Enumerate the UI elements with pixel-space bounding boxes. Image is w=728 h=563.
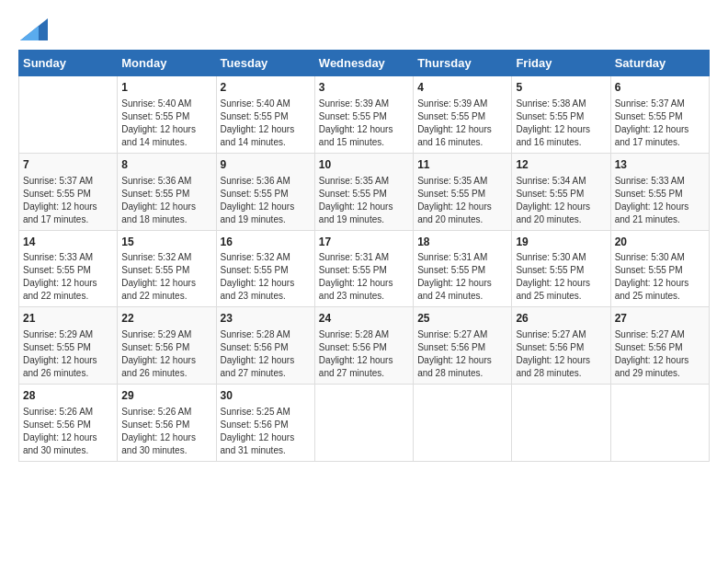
day-info: Sunrise: 5:27 AM Sunset: 5:56 PM Dayligh… <box>615 328 705 380</box>
day-info: Sunrise: 5:34 AM Sunset: 5:55 PM Dayligh… <box>516 175 606 226</box>
day-info: Sunrise: 5:31 AM Sunset: 5:55 PM Dayligh… <box>319 251 409 303</box>
day-cell: 15Sunrise: 5:32 AM Sunset: 5:55 PM Dayli… <box>118 230 216 307</box>
day-cell: 14Sunrise: 5:33 AM Sunset: 5:55 PM Dayli… <box>19 230 118 307</box>
day-number: 19 <box>516 235 606 250</box>
header-cell-wednesday: Wednesday <box>314 51 413 76</box>
day-number: 21 <box>23 311 113 327</box>
day-info: Sunrise: 5:37 AM Sunset: 5:55 PM Dayligh… <box>615 98 705 149</box>
day-number: 27 <box>615 311 705 327</box>
day-number: 15 <box>121 235 211 250</box>
day-info: Sunrise: 5:30 AM Sunset: 5:55 PM Dayligh… <box>516 251 606 303</box>
day-number: 10 <box>319 157 409 173</box>
day-info: Sunrise: 5:33 AM Sunset: 5:55 PM Dayligh… <box>615 175 705 226</box>
day-cell: 22Sunrise: 5:29 AM Sunset: 5:56 PM Dayli… <box>118 307 216 385</box>
header <box>18 18 710 40</box>
day-cell: 10Sunrise: 5:35 AM Sunset: 5:55 PM Dayli… <box>314 153 413 230</box>
week-row-2: 7Sunrise: 5:37 AM Sunset: 5:55 PM Daylig… <box>19 153 710 230</box>
day-cell: 20Sunrise: 5:30 AM Sunset: 5:55 PM Dayli… <box>610 230 709 307</box>
day-cell <box>512 385 610 462</box>
day-number: 18 <box>417 235 507 250</box>
day-info: Sunrise: 5:33 AM Sunset: 5:55 PM Dayligh… <box>23 251 113 303</box>
day-info: Sunrise: 5:27 AM Sunset: 5:56 PM Dayligh… <box>516 328 606 380</box>
day-info: Sunrise: 5:27 AM Sunset: 5:56 PM Dayligh… <box>417 328 507 380</box>
day-cell: 12Sunrise: 5:34 AM Sunset: 5:55 PM Dayli… <box>512 153 610 230</box>
calendar-table: SundayMondayTuesdayWednesdayThursdayFrid… <box>18 50 710 462</box>
day-info: Sunrise: 5:28 AM Sunset: 5:56 PM Dayligh… <box>221 328 311 380</box>
day-number: 7 <box>23 157 113 173</box>
day-number: 6 <box>615 80 705 96</box>
day-number: 9 <box>221 157 311 173</box>
day-info: Sunrise: 5:40 AM Sunset: 5:55 PM Dayligh… <box>221 98 311 149</box>
day-cell: 23Sunrise: 5:28 AM Sunset: 5:56 PM Dayli… <box>216 307 314 385</box>
day-cell: 17Sunrise: 5:31 AM Sunset: 5:55 PM Dayli… <box>314 230 413 307</box>
day-info: Sunrise: 5:36 AM Sunset: 5:55 PM Dayligh… <box>221 175 311 226</box>
svg-marker-1 <box>20 26 39 40</box>
day-cell: 5Sunrise: 5:38 AM Sunset: 5:55 PM Daylig… <box>512 76 610 154</box>
logo <box>18 18 48 40</box>
week-row-3: 14Sunrise: 5:33 AM Sunset: 5:55 PM Dayli… <box>19 230 710 307</box>
day-number: 29 <box>121 388 211 404</box>
day-cell <box>414 385 512 462</box>
day-cell: 7Sunrise: 5:37 AM Sunset: 5:55 PM Daylig… <box>19 153 118 230</box>
day-number: 4 <box>417 80 507 96</box>
day-info: Sunrise: 5:32 AM Sunset: 5:55 PM Dayligh… <box>121 251 211 303</box>
day-cell: 13Sunrise: 5:33 AM Sunset: 5:55 PM Dayli… <box>610 153 709 230</box>
day-info: Sunrise: 5:32 AM Sunset: 5:55 PM Dayligh… <box>221 251 311 303</box>
day-cell: 6Sunrise: 5:37 AM Sunset: 5:55 PM Daylig… <box>610 76 709 154</box>
day-number: 5 <box>516 80 606 96</box>
day-cell: 2Sunrise: 5:40 AM Sunset: 5:55 PM Daylig… <box>216 76 314 154</box>
day-cell: 28Sunrise: 5:26 AM Sunset: 5:56 PM Dayli… <box>19 385 118 462</box>
day-info: Sunrise: 5:30 AM Sunset: 5:55 PM Dayligh… <box>615 251 705 303</box>
day-info: Sunrise: 5:36 AM Sunset: 5:55 PM Dayligh… <box>121 175 211 226</box>
day-cell: 3Sunrise: 5:39 AM Sunset: 5:55 PM Daylig… <box>314 76 413 154</box>
day-cell: 29Sunrise: 5:26 AM Sunset: 5:56 PM Dayli… <box>118 385 216 462</box>
day-number: 12 <box>516 157 606 173</box>
day-cell: 21Sunrise: 5:29 AM Sunset: 5:55 PM Dayli… <box>19 307 118 385</box>
day-cell: 18Sunrise: 5:31 AM Sunset: 5:55 PM Dayli… <box>414 230 512 307</box>
day-number: 26 <box>516 311 606 327</box>
week-row-5: 28Sunrise: 5:26 AM Sunset: 5:56 PM Dayli… <box>19 385 710 462</box>
day-number: 13 <box>615 157 705 173</box>
day-info: Sunrise: 5:29 AM Sunset: 5:55 PM Dayligh… <box>23 328 113 380</box>
day-cell: 25Sunrise: 5:27 AM Sunset: 5:56 PM Dayli… <box>414 307 512 385</box>
day-cell: 4Sunrise: 5:39 AM Sunset: 5:55 PM Daylig… <box>414 76 512 154</box>
week-row-4: 21Sunrise: 5:29 AM Sunset: 5:55 PM Dayli… <box>19 307 710 385</box>
header-row: SundayMondayTuesdayWednesdayThursdayFrid… <box>19 51 710 76</box>
day-number: 1 <box>121 80 211 96</box>
day-cell: 1Sunrise: 5:40 AM Sunset: 5:55 PM Daylig… <box>118 76 216 154</box>
day-info: Sunrise: 5:28 AM Sunset: 5:56 PM Dayligh… <box>319 328 409 380</box>
day-cell <box>314 385 413 462</box>
day-info: Sunrise: 5:26 AM Sunset: 5:56 PM Dayligh… <box>23 406 113 457</box>
day-number: 16 <box>221 235 311 250</box>
day-cell <box>19 76 118 154</box>
day-cell: 27Sunrise: 5:27 AM Sunset: 5:56 PM Dayli… <box>610 307 709 385</box>
day-cell: 24Sunrise: 5:28 AM Sunset: 5:56 PM Dayli… <box>314 307 413 385</box>
day-info: Sunrise: 5:38 AM Sunset: 5:55 PM Dayligh… <box>516 98 606 149</box>
header-cell-sunday: Sunday <box>19 51 118 76</box>
day-number: 22 <box>121 311 211 327</box>
day-info: Sunrise: 5:39 AM Sunset: 5:55 PM Dayligh… <box>319 98 409 149</box>
day-info: Sunrise: 5:31 AM Sunset: 5:55 PM Dayligh… <box>417 251 507 303</box>
header-cell-tuesday: Tuesday <box>216 51 314 76</box>
day-info: Sunrise: 5:25 AM Sunset: 5:56 PM Dayligh… <box>221 406 311 457</box>
day-number: 3 <box>319 80 409 96</box>
day-number: 8 <box>121 157 211 173</box>
day-cell: 30Sunrise: 5:25 AM Sunset: 5:56 PM Dayli… <box>216 385 314 462</box>
day-cell: 16Sunrise: 5:32 AM Sunset: 5:55 PM Dayli… <box>216 230 314 307</box>
day-info: Sunrise: 5:40 AM Sunset: 5:55 PM Dayligh… <box>121 98 211 149</box>
day-number: 28 <box>23 388 113 404</box>
day-number: 25 <box>417 311 507 327</box>
day-cell: 11Sunrise: 5:35 AM Sunset: 5:55 PM Dayli… <box>414 153 512 230</box>
day-number: 14 <box>23 235 113 250</box>
header-cell-thursday: Thursday <box>414 51 512 76</box>
day-info: Sunrise: 5:39 AM Sunset: 5:55 PM Dayligh… <box>417 98 507 149</box>
header-cell-saturday: Saturday <box>610 51 709 76</box>
day-cell <box>610 385 709 462</box>
day-number: 24 <box>319 311 409 327</box>
header-cell-monday: Monday <box>118 51 216 76</box>
day-cell: 26Sunrise: 5:27 AM Sunset: 5:56 PM Dayli… <box>512 307 610 385</box>
day-number: 11 <box>417 157 507 173</box>
week-row-1: 1Sunrise: 5:40 AM Sunset: 5:55 PM Daylig… <box>19 76 710 154</box>
day-info: Sunrise: 5:26 AM Sunset: 5:56 PM Dayligh… <box>121 406 211 457</box>
day-number: 17 <box>319 235 409 250</box>
